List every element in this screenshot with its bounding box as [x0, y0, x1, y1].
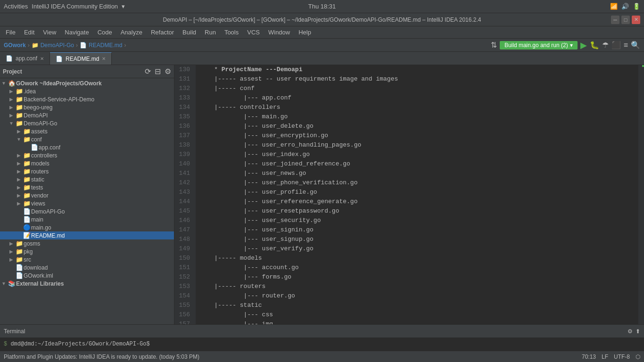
- tree-file-icon: 🔵: [23, 224, 31, 231]
- tree-file-icon: 📝: [23, 232, 31, 239]
- tree-item[interactable]: ▶📁models: [0, 159, 174, 167]
- menu-navigate[interactable]: Navigate: [61, 28, 92, 37]
- breadcrumb-demoapi-go[interactable]: DemoAPI-Go: [41, 42, 74, 49]
- tree-item[interactable]: ▶📁assets: [0, 127, 174, 135]
- code-line: |----- routers: [199, 282, 635, 291]
- tree-item[interactable]: ▼🏠GOwork ~/IdeaProjects/GOwork: [0, 79, 174, 87]
- code-line: |--- router.go: [199, 291, 635, 301]
- line-ending[interactable]: LF: [602, 354, 608, 360]
- breadcrumb-bar: GOwork › 📁 DemoAPI-Go › 📄 README.md › ⇅ …: [0, 39, 644, 52]
- tree-file-icon: 📄: [23, 216, 31, 223]
- cursor-position[interactable]: 70:13: [582, 354, 596, 360]
- tree-arrow-icon: ▶: [15, 161, 23, 166]
- tree-item[interactable]: ▶📁Backend-Service-API-Demo: [0, 95, 174, 103]
- line-number: 130: [174, 65, 193, 74]
- tree-item[interactable]: ▶📁static: [0, 175, 174, 183]
- menu-analyze[interactable]: Analyze: [117, 28, 146, 37]
- line-number: 157: [174, 320, 193, 324]
- tree-item[interactable]: 📄GOwork.iml: [0, 272, 174, 280]
- tab-readme[interactable]: 📄 README.md ✕: [50, 52, 112, 65]
- menu-code[interactable]: Code: [94, 28, 116, 37]
- tree-item[interactable]: ▶📁DemoAPI: [0, 111, 174, 119]
- search-icon[interactable]: 🔍: [631, 41, 640, 49]
- tree-item[interactable]: 📄main: [0, 215, 174, 223]
- menu-view[interactable]: View: [39, 28, 60, 37]
- tab-app-conf[interactable]: 📄 app.conf ✕: [0, 52, 50, 65]
- tree-item[interactable]: ▶📁tests: [0, 183, 174, 191]
- line-number: 147: [174, 225, 193, 235]
- menubar: File Edit View Navigate Code Analyze Ref…: [0, 26, 644, 39]
- tree-item[interactable]: ▶📁beego-ureg: [0, 103, 174, 111]
- tree-item[interactable]: ▶📁views: [0, 199, 174, 207]
- tree-file-icon: 📁: [23, 184, 31, 191]
- run-config-button[interactable]: Build main.go and run (2) ▾: [500, 41, 578, 49]
- tree-item[interactable]: ▼📁DemoAPI-Go: [0, 119, 174, 127]
- tab-app-conf-icon: 📄: [6, 55, 13, 62]
- tree-item[interactable]: ▶📁routers: [0, 167, 174, 175]
- line-number: 156: [174, 310, 193, 320]
- tree-item-label: main.go: [31, 224, 174, 231]
- maximize-button[interactable]: □: [621, 16, 630, 24]
- line-number: 132: [174, 84, 193, 93]
- tree-file-icon: 📁: [23, 160, 31, 167]
- menu-refactor[interactable]: Refactor: [147, 28, 178, 37]
- terminal-expand-icon[interactable]: ⬆: [636, 328, 640, 335]
- run-icon[interactable]: ▶: [580, 40, 587, 50]
- tree-arrow-icon: ▶: [15, 169, 23, 174]
- tree-item[interactable]: ▶📁vendor: [0, 191, 174, 199]
- terminal-settings-icon[interactable]: ⚙: [627, 328, 633, 335]
- tree-item[interactable]: ▶📁.idea: [0, 87, 174, 95]
- tree-item[interactable]: ▼📚External Libraries: [0, 280, 174, 288]
- menu-edit[interactable]: Edit: [20, 28, 38, 37]
- code-line: |--- account.go: [199, 263, 635, 272]
- menu-run[interactable]: Run: [201, 28, 220, 37]
- collapse-all-icon[interactable]: ⊟: [154, 66, 162, 77]
- tree-arrow-icon: ▶: [8, 97, 15, 102]
- tree-item[interactable]: ▼📁conf: [0, 135, 174, 143]
- tree-item-label: README.md: [31, 232, 174, 239]
- file-tree: ▼🏠GOwork ~/IdeaProjects/GOwork▶📁.idea▶📁B…: [0, 78, 174, 324]
- terminal-content[interactable]: $ dmd@dmd:~/IdeaProjects/GOwork/DemoAPI-…: [0, 337, 644, 351]
- sync-files-icon[interactable]: ⟳: [144, 66, 152, 77]
- menu-tools[interactable]: Tools: [221, 28, 242, 37]
- encoding[interactable]: UTF-8: [614, 354, 630, 360]
- activities-label[interactable]: Activities: [4, 3, 28, 10]
- tree-item[interactable]: ▶📁pkg: [0, 247, 174, 255]
- terminal-bar[interactable]: Terminal ⚙ ⬆: [0, 324, 644, 337]
- code-line: |--- img: [199, 320, 635, 324]
- app-name-label[interactable]: IntelliJ IDEA Community Edition: [32, 3, 118, 10]
- tab-app-conf-close[interactable]: ✕: [40, 56, 44, 61]
- tree-item[interactable]: ▶📁controllers: [0, 151, 174, 159]
- settings-icon[interactable]: ⚙: [164, 66, 172, 77]
- close-button[interactable]: ✕: [632, 16, 640, 24]
- code-content[interactable]: * ProjectName ---Demoapi |----- assest -…: [196, 65, 638, 324]
- tree-item[interactable]: 📄DemoAPI-Go: [0, 207, 174, 215]
- tree-item[interactable]: 📄download: [0, 263, 174, 272]
- menu-help[interactable]: Help: [295, 28, 315, 37]
- tree-arrow-icon: ▶: [8, 257, 15, 262]
- breadcrumb-readme[interactable]: README.md: [89, 42, 122, 49]
- status-message: Platform and Plugin Updates: IntelliJ ID…: [4, 354, 199, 360]
- menu-vcs[interactable]: VCS: [243, 28, 264, 37]
- tree-file-icon: 📄: [23, 208, 31, 215]
- tree-item-label: static: [31, 176, 174, 183]
- menu-build[interactable]: Build: [179, 28, 200, 37]
- tree-item[interactable]: 📝README.md: [0, 231, 174, 239]
- menu-window[interactable]: Window: [264, 28, 294, 37]
- sync-icon[interactable]: ⇅: [491, 41, 497, 49]
- breadcrumb-gowork[interactable]: GOwork: [4, 42, 26, 49]
- columns-icon[interactable]: ≡: [624, 41, 628, 49]
- tree-item[interactable]: ▶📁src: [0, 255, 174, 263]
- coverage-icon[interactable]: ☂: [602, 41, 609, 49]
- tree-item[interactable]: 🔵main.go: [0, 223, 174, 231]
- tree-item[interactable]: 📄app.conf: [0, 143, 174, 151]
- stop-icon[interactable]: ⬛: [611, 41, 621, 49]
- minimize-button[interactable]: ─: [611, 16, 619, 24]
- menu-file[interactable]: File: [2, 28, 19, 37]
- tree-item[interactable]: ▶📁gosms: [0, 239, 174, 247]
- tree-file-icon: 📁: [23, 152, 31, 159]
- debug-icon[interactable]: 🐛: [590, 41, 599, 49]
- tab-readme-close[interactable]: ✕: [102, 56, 106, 61]
- terminal-prompt: dmd@dmd:~/IdeaProjects/GOwork/DemoAPI-Go…: [10, 341, 149, 347]
- tab-readme-icon: 📄: [56, 56, 63, 62]
